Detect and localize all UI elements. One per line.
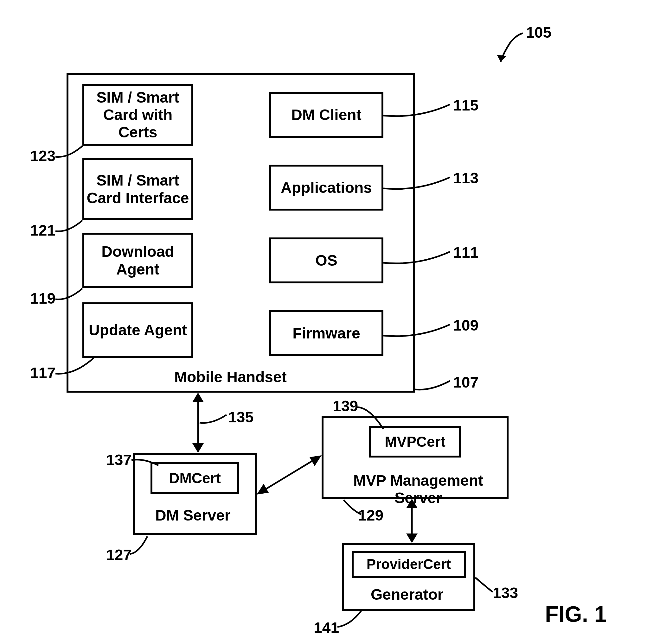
module-applications-label: Applications bbox=[281, 179, 372, 196]
ref-123: 123 bbox=[30, 147, 56, 165]
ref-117: 117 bbox=[30, 364, 56, 382]
module-update-agent-label: Update Agent bbox=[89, 321, 187, 339]
ref-141: 141 bbox=[314, 619, 339, 637]
svg-line-4 bbox=[263, 459, 315, 491]
dm-cert: DMCert bbox=[151, 462, 239, 494]
lead-111 bbox=[383, 249, 453, 268]
module-dm-client: DM Client bbox=[269, 92, 383, 138]
ref-137: 137 bbox=[106, 451, 132, 468]
svg-marker-3 bbox=[192, 443, 204, 453]
diagram: 105 Mobile Handset SIM / Smart Card with… bbox=[0, 0, 660, 644]
ref-135: 135 bbox=[228, 409, 254, 426]
module-dm-client-label: DM Client bbox=[291, 106, 361, 123]
lead-109 bbox=[383, 321, 453, 340]
lead-139 bbox=[356, 405, 388, 432]
lead-123 bbox=[56, 144, 93, 163]
lead-121 bbox=[56, 218, 93, 237]
lead-119 bbox=[56, 286, 93, 305]
generator-title: Generator bbox=[371, 586, 443, 603]
dm-cert-label: DMCert bbox=[169, 470, 221, 487]
module-firmware: Firmware bbox=[269, 310, 383, 356]
ref-115: 115 bbox=[453, 97, 479, 114]
lead-107 bbox=[415, 378, 453, 394]
figure-label: FIG. 1 bbox=[545, 602, 607, 627]
lead-133 bbox=[475, 576, 498, 595]
arrow-mvp-generator bbox=[402, 499, 421, 543]
ref-127: 127 bbox=[106, 546, 132, 564]
svg-marker-8 bbox=[406, 499, 418, 508]
svg-marker-9 bbox=[406, 533, 418, 543]
lead-115 bbox=[383, 101, 453, 120]
lead-129 bbox=[344, 499, 366, 518]
lead-135 bbox=[200, 413, 230, 428]
ref-109: 109 bbox=[453, 317, 479, 334]
module-sim-certs: SIM / Smart Card with Certs bbox=[82, 84, 193, 146]
mvp-cert-label: MVPCert bbox=[384, 434, 445, 450]
ref-121: 121 bbox=[30, 222, 56, 239]
provider-cert-label: ProviderCert bbox=[367, 556, 451, 572]
ref-111: 111 bbox=[453, 244, 479, 261]
svg-marker-0 bbox=[497, 55, 506, 62]
module-applications: Applications bbox=[269, 165, 383, 210]
module-download-agent: Download Agent bbox=[82, 233, 193, 288]
provider-cert: ProviderCert bbox=[352, 551, 466, 578]
module-download-agent-label: Download Agent bbox=[84, 243, 191, 278]
module-update-agent: Update Agent bbox=[82, 302, 193, 358]
svg-marker-2 bbox=[192, 393, 204, 402]
module-sim-interface-label: SIM / Smart Card Interface bbox=[84, 171, 191, 206]
lead-127 bbox=[130, 535, 155, 557]
lead-117 bbox=[56, 356, 103, 378]
ref-113: 113 bbox=[453, 169, 479, 187]
arrow-dmserver-mvp bbox=[257, 453, 322, 497]
arrow-figure-ref bbox=[482, 30, 532, 68]
lead-137 bbox=[132, 458, 163, 473]
module-firmware-label: Firmware bbox=[292, 324, 360, 342]
dm-server-title: DM Server bbox=[155, 507, 230, 524]
lead-141 bbox=[337, 610, 366, 630]
ref-107: 107 bbox=[453, 374, 479, 391]
lead-113 bbox=[383, 174, 453, 193]
handset-title: Mobile Handset bbox=[174, 368, 287, 386]
module-os-label: OS bbox=[315, 252, 337, 269]
module-sim-certs-label: SIM / Smart Card with Certs bbox=[84, 89, 191, 141]
module-sim-interface: SIM / Smart Card Interface bbox=[82, 158, 193, 220]
module-os: OS bbox=[269, 237, 383, 283]
ref-139: 139 bbox=[333, 397, 358, 415]
ref-119: 119 bbox=[30, 290, 56, 307]
